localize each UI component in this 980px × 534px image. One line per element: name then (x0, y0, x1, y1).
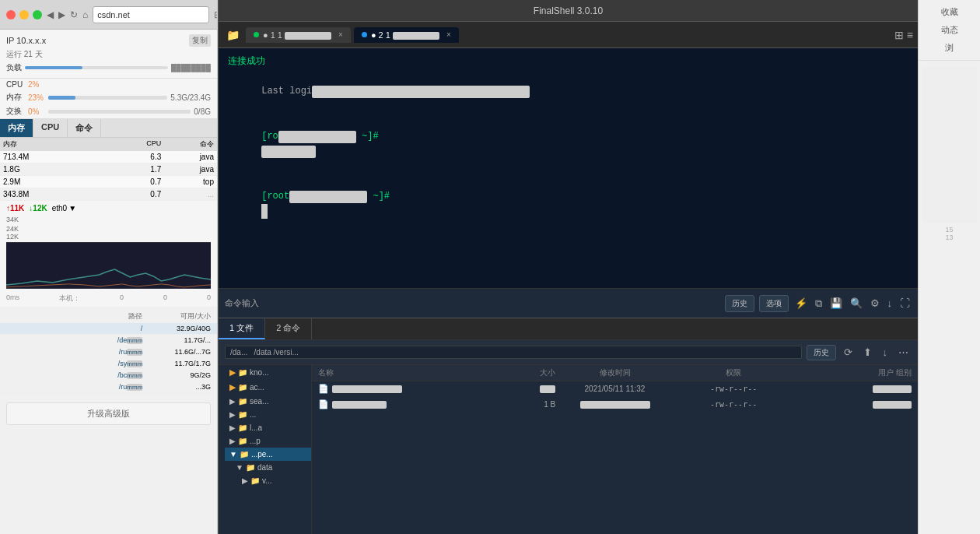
file-icon: 📄 (318, 384, 329, 394)
tree-item-la[interactable]: ▶ 📁 l...a (225, 421, 311, 434)
tab-cpu[interactable]: CPU (33, 119, 68, 137)
copy-btn[interactable]: 复制 (189, 34, 211, 47)
right-bar-dynamic[interactable]: 动态 (941, 24, 958, 36)
col-name-header: 名称 (318, 367, 496, 378)
tree-item-sea[interactable]: ▶ 📁 sea... (225, 395, 311, 408)
download-icon[interactable]: ↓ (886, 296, 894, 311)
home-btn[interactable]: ⌂ (82, 8, 88, 22)
last-login-line: Last logixxxxxxxxxxxxxxxxxxxxxxxxxxxxxxx… (228, 69, 908, 114)
uptime: 运行 21 天 (6, 49, 211, 60)
process-row[interactable]: 1.8G1.7java (0, 163, 217, 176)
maximize-window-btn[interactable] (33, 10, 42, 19)
terminal-area[interactable]: 连接成功 Last logixxxxxxxxxxxxxxxxxxxxxxxxxx… (219, 48, 918, 288)
refresh-files-icon[interactable]: ⟳ (841, 345, 856, 360)
right-bar-favorites[interactable]: 收藏 (941, 6, 958, 18)
traffic-lights (6, 10, 42, 19)
folder-icon[interactable]: 📁 (223, 29, 243, 41)
cmd-input[interactable] (264, 299, 720, 308)
process-row[interactable]: 343.8M0.7... (0, 188, 217, 201)
folder-icon: ▶ (242, 476, 248, 485)
svg-rect-0 (6, 242, 211, 289)
download-files-icon[interactable]: ↓ (880, 345, 891, 360)
memory-detail: 5.3G/23.4G (170, 93, 211, 102)
folder-icon: ▶ (229, 423, 236, 432)
tab-memory[interactable]: 内存 (0, 119, 33, 137)
back-btn[interactable]: ◀ (47, 8, 54, 22)
disk-row[interactable]: /32.9G/40G (0, 323, 217, 335)
swap-label: 交换 (6, 106, 25, 117)
search-icon[interactable]: 🔍 (849, 296, 864, 311)
swap-pct: 0% (28, 107, 45, 116)
prompt-line-2: [rootxxxxxxxxx ~]# (228, 174, 908, 234)
file-row-2[interactable]: 📄 xxxxxxn 1 B 2021/05/xx -rw-r--r-- ... … (312, 397, 918, 413)
conn-tab-2[interactable]: ● 2 1 xxxxxxxxxx × (354, 27, 459, 43)
prompt-line-1: [roxxxxxxxxx ~]# xxxxxxx (228, 114, 908, 174)
refresh-btn[interactable]: ↻ (70, 8, 78, 22)
swap-detail: 0/8G (194, 107, 211, 116)
latency-val3: 0 (207, 293, 211, 304)
folder-icon: ▶ (229, 410, 236, 419)
disk-row[interactable]: /rummm...3G (0, 381, 217, 393)
col-name: 命令 (161, 139, 214, 149)
grid-view-icon[interactable]: ⊞ (894, 29, 904, 41)
folder-icon: ▶ (229, 437, 236, 445)
process-row[interactable]: 713.4M6.3java (0, 151, 217, 163)
load-label: 负载 (6, 62, 22, 73)
upgrade-btn[interactable]: 升级高级版 (6, 402, 211, 425)
options-btn[interactable]: 选项 (759, 295, 789, 312)
close-tab-2[interactable]: × (446, 30, 451, 39)
finalshell-window: FinalShell 3.0.10 📁 ● 1 1 xxxxxxxxxx × ●… (218, 0, 918, 534)
latency-values: 0 (120, 293, 124, 304)
tab-commands[interactable]: 2 命令 (265, 318, 312, 339)
tree-item-pe[interactable]: ▼ 📁 ...pe... (225, 448, 311, 461)
delete-icon[interactable]: ⋯ (895, 345, 912, 360)
chevron-down-icon: ▼ (68, 204, 76, 213)
file-history-btn[interactable]: 历史 (807, 345, 836, 360)
conn-dot-blue (362, 32, 367, 37)
interface-label: eth0 (52, 204, 67, 213)
tree-item-ac[interactable]: ▶ 📁 ac... (225, 380, 311, 395)
address-bar[interactable] (93, 6, 209, 23)
connection-tabs: 📁 ● 1 1 xxxxxxxxxx × ● 2 1 xxxxxxxxxx × … (219, 22, 918, 48)
forward-btn[interactable]: ▶ (58, 8, 65, 22)
process-row[interactable]: 2.9M0.7top (0, 176, 217, 188)
history-btn[interactable]: 历史 (725, 295, 754, 312)
right-bar-browse[interactable]: 浏 (945, 42, 954, 54)
disk-row[interactable]: /demmm11.7G/... (0, 335, 217, 346)
tree-item-v[interactable]: ▶ 📁 v... (237, 474, 311, 487)
folder-icon: ▶ (229, 397, 236, 406)
file-row-1[interactable]: 📄 adc_nf_xxxxx xxx 2021/05/11 11:32 -rw-… (312, 381, 918, 397)
disk-row[interactable]: /bcmmm9G/2G (0, 370, 217, 381)
list-view-icon[interactable]: ≡ (907, 29, 913, 41)
tab-command[interactable]: 命令 (68, 119, 101, 137)
close-tab-1[interactable]: × (338, 30, 343, 39)
col-size-header: 大小 (496, 367, 555, 378)
disk-row[interactable]: /symmm11.7G/1.7G (0, 358, 217, 370)
tree-item-dots[interactable]: ▶ 📁 ... (225, 408, 311, 421)
folder-icon: ▶ (229, 367, 236, 378)
bottom-tabs: 1 文件 2 命令 (219, 318, 918, 339)
memory-label: 内存 (6, 92, 25, 103)
close-window-btn[interactable] (6, 10, 16, 19)
fullscreen-icon[interactable]: ⛶ (898, 296, 912, 311)
path-display: /da... /data /versi... (225, 346, 802, 359)
memory-pct: 23% (28, 93, 45, 102)
conn-tab-1[interactable]: ● 1 1 xxxxxxxxxx × (246, 27, 351, 43)
net-scale-12k: 12K (6, 233, 19, 241)
settings-icon[interactable]: ⚙ (869, 296, 881, 311)
upload-icon[interactable]: ⬆ (860, 345, 875, 360)
interface-select[interactable]: eth0 ▼ (52, 204, 76, 213)
tree-item-data[interactable]: ▼ 📁 data (231, 461, 311, 474)
disk-row[interactable]: /rummm11.6G/...7G (0, 346, 217, 358)
save-icon[interactable]: 💾 (828, 296, 844, 311)
copy-icon[interactable]: ⧉ (814, 296, 824, 311)
tab-files[interactable]: 1 文件 (219, 318, 265, 339)
tree-item-kno[interactable]: ▶ 📁 kno... (225, 365, 311, 380)
bolt-icon[interactable]: ⚡ (793, 296, 809, 311)
network-row: ↑11K ↓12K eth0 ▼ (0, 201, 217, 216)
browser-toolbar: ◀ ▶ ↻ ⌂ ⊞ (0, 0, 217, 30)
tree-item-p[interactable]: ▶ 📁 ...p (225, 434, 311, 448)
minimize-window-btn[interactable] (19, 10, 29, 19)
left-sidebar: ◀ ▶ ↻ ⌂ ⊞ IP 10.x.x.x 复制 运行 21 天 负载 ████… (0, 0, 218, 534)
folder-icon: ▼ (229, 450, 237, 458)
